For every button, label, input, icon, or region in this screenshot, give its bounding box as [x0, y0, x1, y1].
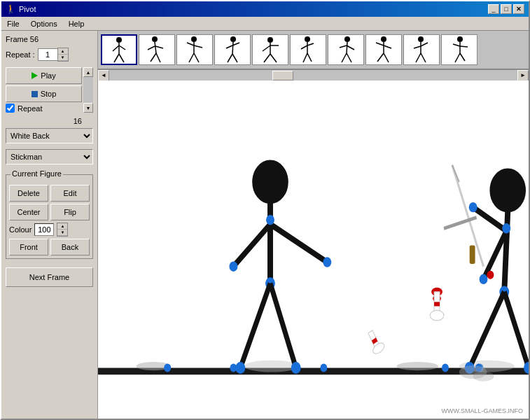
svg-line-10	[151, 53, 156, 62]
h-scroll-track	[109, 70, 517, 81]
svg-line-5	[119, 54, 124, 62]
svg-line-71	[233, 224, 270, 266]
menu-help[interactable]: Help	[66, 19, 88, 29]
svg-point-103	[487, 271, 494, 279]
current-figure-group: Current Figure Delete Edit Center Flip C…	[6, 174, 93, 259]
svg-line-94	[452, 165, 484, 267]
stop-button[interactable]: Stop	[6, 85, 82, 102]
timeline-frame-svg-1	[103, 36, 135, 64]
svg-point-0	[116, 37, 122, 43]
timeline-frame-3[interactable]	[176, 34, 213, 65]
timeline-frame-svg-5	[254, 36, 286, 64]
figure-dropdown[interactable]: Stickman Custom	[6, 149, 93, 164]
timeline-frame-8[interactable]	[365, 34, 402, 65]
svg-point-79	[291, 362, 301, 374]
spin-down[interactable]: ▼	[58, 55, 68, 61]
svg-point-88	[502, 223, 510, 233]
timeline-frame-5[interactable]	[252, 34, 288, 65]
h-scroll-thumb[interactable]	[272, 71, 293, 80]
menu-file[interactable]: File	[4, 19, 22, 29]
svg-line-35	[307, 53, 312, 62]
svg-line-7	[155, 42, 156, 53]
timeline-frame-6[interactable]	[290, 34, 326, 65]
center-button[interactable]: Center	[9, 204, 48, 220]
svg-point-69	[253, 161, 288, 203]
timeline-frame-svg-3	[179, 36, 211, 64]
colour-spin-up[interactable]: ▲	[57, 223, 67, 230]
repeat-checkbox[interactable]	[6, 104, 15, 113]
svg-line-26	[263, 46, 270, 51]
svg-line-16	[189, 53, 194, 62]
svg-line-39	[347, 46, 354, 50]
svg-line-22	[228, 54, 232, 62]
repeat-check-label: Repeat	[18, 104, 42, 113]
timeline-frame-svg-8	[368, 36, 400, 64]
title-bar: 🚶 Pivot _ □ ✕	[1, 1, 529, 17]
close-button[interactable]: ✕	[513, 4, 524, 14]
svg-point-74	[323, 257, 331, 267]
canvas-area[interactable]: WWW.SMALL-GAMES.INFO	[98, 80, 529, 419]
svg-line-41	[347, 53, 351, 62]
timeline-frame-2[interactable]	[139, 34, 175, 65]
svg-line-53	[421, 53, 426, 62]
flip-button[interactable]: Flip	[50, 204, 90, 220]
play-button[interactable]: Play	[6, 67, 82, 84]
maximize-button[interactable]: □	[501, 4, 512, 14]
svg-point-36	[344, 36, 350, 42]
timeline-frame-9[interactable]	[403, 34, 440, 65]
window-title: Pivot	[19, 5, 36, 13]
front-back-buttons: Front Back	[9, 239, 90, 255]
svg-line-58	[455, 53, 460, 62]
svg-point-72	[229, 261, 237, 271]
svg-point-110	[473, 371, 494, 381]
timeline-frame-4[interactable]	[214, 34, 251, 65]
svg-line-23	[232, 54, 237, 62]
left-panel: Frame 56 Repeat : ▲ ▼ Play	[1, 31, 98, 419]
svg-line-73	[270, 224, 327, 262]
minimize-button[interactable]: _	[488, 4, 499, 14]
svg-point-42	[381, 36, 386, 42]
svg-line-15	[194, 46, 202, 48]
svg-point-85	[480, 274, 488, 284]
menu-options[interactable]: Options	[28, 19, 60, 29]
figure-buttons: Delete Edit Center Flip	[9, 185, 90, 220]
timeline-frame-svg-2	[141, 36, 173, 64]
next-frame-button[interactable]: Next Frame	[6, 267, 93, 287]
svg-line-40	[342, 53, 347, 62]
timeline-frame-1[interactable]	[101, 34, 137, 65]
svg-line-28	[264, 54, 270, 62]
scroll-up-btn[interactable]: ▲	[83, 67, 93, 77]
svg-point-80	[266, 215, 274, 225]
background-dropdown[interactable]: White Back Black Back Custom	[6, 128, 93, 144]
svg-point-87	[469, 202, 477, 212]
svg-line-33	[307, 43, 314, 46]
repeat-input[interactable]	[38, 48, 57, 61]
timeline-frame-10[interactable]	[441, 34, 477, 65]
colour-spin-down[interactable]: ▼	[57, 230, 67, 236]
front-button[interactable]: Front	[9, 239, 48, 255]
svg-point-18	[230, 36, 236, 42]
title-buttons: _ □ ✕	[488, 4, 524, 14]
repeat-row: Repeat : ▲ ▼	[6, 48, 93, 62]
svg-point-48	[418, 36, 424, 42]
spin-up[interactable]: ▲	[58, 48, 68, 55]
timeline-frame-7[interactable]	[328, 34, 364, 65]
back-button[interactable]: Back	[50, 239, 90, 255]
svg-line-32	[301, 46, 307, 49]
play-icon	[32, 72, 38, 79]
svg-line-52	[416, 53, 421, 62]
svg-point-77	[235, 362, 245, 374]
svg-line-46	[377, 53, 384, 62]
edit-button[interactable]: Edit	[50, 185, 90, 202]
canvas-svg	[98, 80, 529, 419]
svg-line-11	[156, 53, 160, 62]
h-scroll-right[interactable]: ►	[517, 70, 529, 81]
svg-rect-102	[434, 302, 440, 306]
colour-input[interactable]	[34, 223, 54, 236]
svg-line-8	[148, 46, 155, 50]
scroll-down-btn[interactable]: ▼	[83, 103, 93, 113]
playback-scroll: ▲ ▼	[83, 67, 93, 113]
h-scroll-left[interactable]: ◄	[98, 70, 109, 81]
colour-label: Colour	[9, 225, 32, 234]
delete-button[interactable]: Delete	[9, 185, 48, 202]
